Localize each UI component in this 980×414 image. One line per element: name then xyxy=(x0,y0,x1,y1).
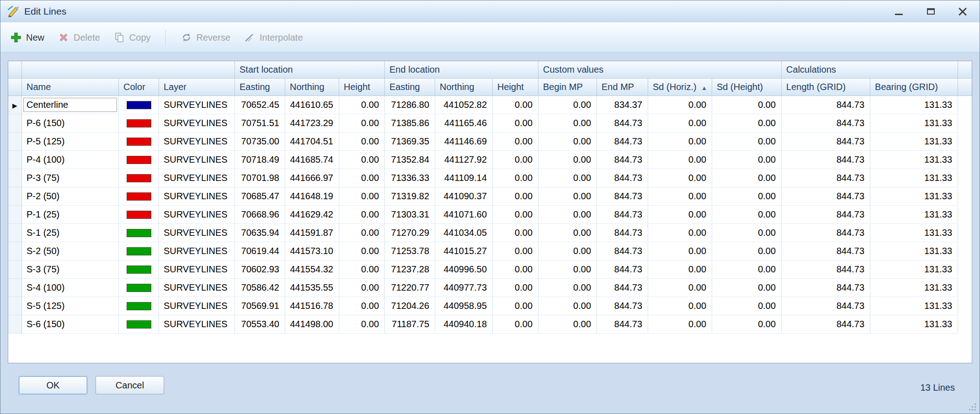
cell-layer[interactable]: SURVEYLINES xyxy=(159,133,235,151)
cell-end-northing[interactable]: 441127.92 xyxy=(435,151,493,169)
maximize-button[interactable] xyxy=(920,4,941,19)
col-header-length-grid[interactable]: Length (GRID) xyxy=(782,79,870,96)
cell-name[interactable]: P-3 (75) xyxy=(22,169,119,187)
cell-end-height[interactable]: 0.00 xyxy=(493,206,538,224)
cell-layer[interactable]: SURVEYLINES xyxy=(159,151,235,169)
table-row[interactable]: S-2 (50)SURVEYLINES70619.44441573.100.00… xyxy=(8,242,972,260)
table-row[interactable]: P-5 (125)SURVEYLINES70735.00441704.510.0… xyxy=(8,133,972,151)
cell-bearing-grid[interactable]: 131.33 xyxy=(870,187,958,206)
cell-length-grid[interactable]: 844.73 xyxy=(782,151,870,169)
name-editor[interactable]: Centerline xyxy=(23,98,117,112)
cell-end-easting[interactable]: 71187.75 xyxy=(385,315,435,334)
cell-end-easting[interactable]: 71204.26 xyxy=(385,297,435,315)
cell-end-height[interactable]: 0.00 xyxy=(493,133,538,151)
row-selector-cell[interactable] xyxy=(8,169,22,187)
cell-start-height[interactable]: 0.00 xyxy=(339,315,385,334)
ok-button[interactable]: OK xyxy=(19,376,87,394)
cell-end-northing[interactable]: 441165.46 xyxy=(435,114,493,133)
cell-end-northing[interactable]: 441052.82 xyxy=(435,96,493,114)
cell-length-grid[interactable]: 844.73 xyxy=(782,133,870,151)
cell-end-northing[interactable]: 441090.37 xyxy=(435,187,493,206)
cell-end-easting[interactable]: 71270.29 xyxy=(385,224,435,242)
cell-bearing-grid[interactable]: 131.33 xyxy=(870,224,958,242)
cell-name[interactable]: S-1 (25) xyxy=(22,224,119,242)
cell-color[interactable] xyxy=(119,260,159,279)
cell-end-height[interactable]: 0.00 xyxy=(493,96,538,114)
cell-start-height[interactable]: 0.00 xyxy=(339,151,385,169)
cell-end-easting[interactable]: 71319.82 xyxy=(385,187,435,206)
cell-end-easting[interactable]: 71336.33 xyxy=(385,169,435,187)
table-row[interactable]: P-1 (25)SURVEYLINES70668.96441629.420.00… xyxy=(8,206,972,224)
cell-sd-horiz[interactable]: 0.00 xyxy=(648,279,712,297)
cell-length-grid[interactable]: 844.73 xyxy=(782,224,870,242)
cell-length-grid[interactable]: 844.73 xyxy=(782,279,870,297)
cell-length-grid[interactable]: 844.73 xyxy=(782,187,870,206)
cell-length-grid[interactable]: 844.73 xyxy=(782,96,870,114)
close-button[interactable] xyxy=(952,4,973,19)
cell-layer[interactable]: SURVEYLINES xyxy=(159,297,235,315)
cell-begin-mp[interactable]: 0.00 xyxy=(538,133,597,151)
cell-begin-mp[interactable]: 0.00 xyxy=(538,151,597,169)
cell-bearing-grid[interactable]: 131.33 xyxy=(870,114,958,133)
cell-bearing-grid[interactable]: 131.33 xyxy=(870,151,958,169)
cell-start-height[interactable]: 0.00 xyxy=(339,133,385,151)
col-header-begin-mp[interactable]: Begin MP xyxy=(538,79,597,96)
cell-end-mp[interactable]: 844.73 xyxy=(597,315,648,334)
cell-end-easting[interactable]: 71286.80 xyxy=(385,96,435,114)
cell-sd-height[interactable]: 0.00 xyxy=(712,206,782,224)
cell-start-northing[interactable]: 441554.32 xyxy=(285,260,339,279)
cell-sd-height[interactable]: 0.00 xyxy=(712,169,782,187)
cell-length-grid[interactable]: 844.73 xyxy=(782,169,870,187)
col-header-bearing-grid[interactable]: Bearing (GRID) xyxy=(870,79,958,96)
cell-name[interactable]: S-4 (100) xyxy=(22,279,119,297)
cell-color[interactable] xyxy=(119,96,159,114)
cell-start-easting[interactable]: 70685.47 xyxy=(235,187,285,206)
cell-end-northing[interactable]: 441015.27 xyxy=(435,242,493,260)
cell-end-height[interactable]: 0.00 xyxy=(493,260,538,279)
cell-color[interactable] xyxy=(119,224,159,242)
titlebar[interactable]: Edit Lines xyxy=(0,0,980,22)
cell-color[interactable] xyxy=(119,187,159,206)
cell-start-northing[interactable]: 441629.42 xyxy=(285,206,339,224)
cell-sd-height[interactable]: 0.00 xyxy=(712,133,782,151)
cell-color[interactable] xyxy=(119,206,159,224)
col-header-sd-height[interactable]: Sd (Height) xyxy=(712,79,782,96)
cancel-button[interactable]: Cancel xyxy=(96,376,164,394)
cell-sd-horiz[interactable]: 0.00 xyxy=(648,260,712,279)
cell-end-northing[interactable]: 440977.73 xyxy=(435,279,493,297)
cell-start-easting[interactable]: 70602.93 xyxy=(235,260,285,279)
cell-start-easting[interactable]: 70569.91 xyxy=(235,297,285,315)
cell-start-easting[interactable]: 70619.44 xyxy=(235,242,285,260)
cell-length-grid[interactable]: 844.73 xyxy=(782,206,870,224)
cell-layer[interactable]: SURVEYLINES xyxy=(159,169,235,187)
cell-end-northing[interactable]: 441146.69 xyxy=(435,133,493,151)
cell-sd-horiz[interactable]: 0.00 xyxy=(648,114,712,133)
cell-start-easting[interactable]: 70751.51 xyxy=(235,114,285,133)
cell-begin-mp[interactable]: 0.00 xyxy=(538,242,597,260)
resize-grip[interactable] xyxy=(969,403,977,411)
cell-name[interactable]: P-4 (100) xyxy=(22,151,119,169)
row-selector-cell[interactable] xyxy=(8,114,22,133)
cell-bearing-grid[interactable]: 131.33 xyxy=(870,279,958,297)
cell-end-easting[interactable]: 71253.78 xyxy=(385,242,435,260)
cell-start-height[interactable]: 0.00 xyxy=(339,297,385,315)
cell-start-easting[interactable]: 70586.42 xyxy=(235,279,285,297)
cell-bearing-grid[interactable]: 131.33 xyxy=(870,206,958,224)
cell-start-easting[interactable]: 70718.49 xyxy=(235,151,285,169)
col-header-sd-horiz[interactable]: ▲ Sd (Horiz.) xyxy=(648,79,712,96)
cell-end-northing[interactable]: 441071.60 xyxy=(435,206,493,224)
row-selector-cell[interactable] xyxy=(8,224,22,242)
cell-start-easting[interactable]: 70553.40 xyxy=(235,315,285,334)
col-header-name[interactable]: Name xyxy=(22,79,119,96)
cell-start-northing[interactable]: 441685.74 xyxy=(285,151,339,169)
cell-color[interactable] xyxy=(119,297,159,315)
cell-end-northing[interactable]: 440996.50 xyxy=(435,260,493,279)
row-selector-cell[interactable] xyxy=(8,260,22,279)
cell-name[interactable]: S-5 (125) xyxy=(22,297,119,315)
cell-end-height[interactable]: 0.00 xyxy=(493,169,538,187)
cell-end-northing[interactable]: 440958.95 xyxy=(435,297,493,315)
cell-layer[interactable]: SURVEYLINES xyxy=(159,260,235,279)
cell-begin-mp[interactable]: 0.00 xyxy=(538,224,597,242)
cell-end-mp[interactable]: 844.73 xyxy=(597,169,648,187)
cell-sd-horiz[interactable]: 0.00 xyxy=(648,169,712,187)
